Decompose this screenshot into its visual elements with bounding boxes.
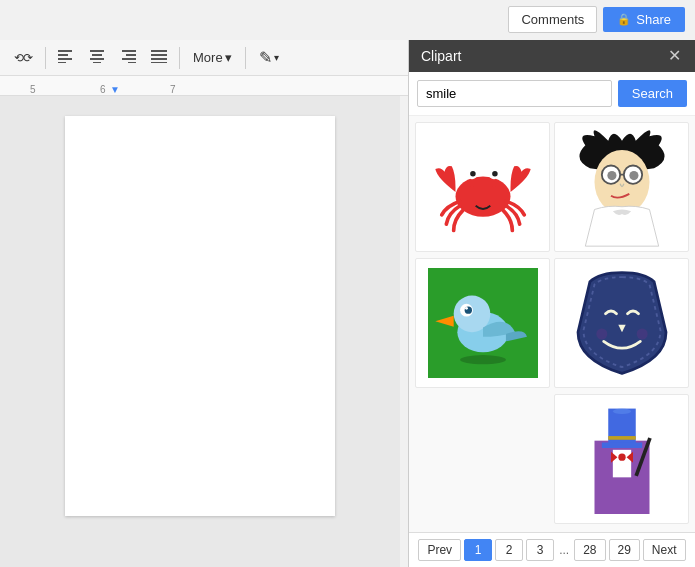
align-left-btn[interactable] (51, 44, 81, 71)
svg-point-42 (612, 409, 630, 415)
svg-point-23 (594, 150, 649, 214)
svg-rect-10 (122, 58, 136, 60)
svg-rect-40 (601, 443, 641, 449)
clipart-item-crab[interactable] (415, 122, 550, 252)
main-document-area (0, 96, 400, 567)
pagination-page-28[interactable]: 28 (574, 539, 605, 561)
svg-rect-12 (151, 50, 167, 52)
clipart-item-dark-face[interactable] (554, 258, 689, 388)
undo-redo-btn[interactable]: ⟲⟳ (6, 46, 40, 70)
clipart-close-button[interactable]: ✕ (666, 48, 683, 64)
top-bar: Comments 🔒 Share (498, 0, 695, 39)
clipart-search-row: Search (409, 72, 695, 116)
clipart-pagination: Prev 1 2 3 ... 28 29 Next (409, 532, 695, 567)
svg-rect-11 (128, 62, 136, 63)
align-group (51, 44, 174, 71)
svg-point-35 (460, 355, 506, 364)
svg-point-22 (492, 170, 497, 175)
clipart-search-input[interactable] (417, 80, 612, 107)
lock-icon: 🔒 (617, 13, 631, 26)
pagination-page-1[interactable]: 1 (464, 539, 492, 561)
toolbar-separator-1 (45, 47, 46, 69)
share-label: Share (636, 12, 671, 27)
pagination-page-3[interactable]: 3 (526, 539, 554, 561)
more-dropdown-icon: ▾ (225, 50, 232, 65)
svg-rect-41 (608, 436, 636, 440)
svg-rect-14 (151, 58, 167, 60)
align-right-btn[interactable] (113, 44, 143, 71)
svg-rect-9 (126, 54, 136, 56)
ruler-indicator: ▼ (110, 84, 120, 95)
clipart-item-magician[interactable] (554, 394, 689, 524)
pagination-next[interactable]: Next (643, 539, 686, 561)
svg-rect-15 (151, 62, 167, 63)
svg-rect-13 (151, 54, 167, 56)
ruler-mark-5: 5 (30, 84, 36, 95)
clipart-header: Clipart ✕ (409, 40, 695, 72)
pen-icon: ✎ (259, 48, 272, 67)
more-label: More (193, 50, 223, 65)
ruler-mark-6: 6 (100, 84, 106, 95)
clipart-item-villain[interactable] (554, 122, 689, 252)
svg-rect-7 (93, 62, 101, 63)
comments-button[interactable]: Comments (508, 6, 597, 33)
clipart-item-bird[interactable] (415, 258, 550, 388)
svg-rect-5 (92, 54, 102, 56)
toolbar-separator-3 (245, 47, 246, 69)
pen-dropdown-icon: ▾ (274, 52, 279, 63)
ruler-mark-7: 7 (170, 84, 176, 95)
svg-rect-4 (90, 50, 104, 52)
share-button[interactable]: 🔒 Share (603, 7, 685, 32)
align-justify-btn[interactable] (144, 44, 174, 71)
svg-point-27 (629, 171, 638, 180)
svg-point-34 (465, 307, 468, 310)
svg-point-37 (636, 329, 647, 340)
more-button[interactable]: More ▾ (185, 45, 240, 70)
svg-rect-2 (58, 58, 72, 60)
clipart-title: Clipart (421, 48, 461, 64)
svg-point-44 (618, 454, 625, 461)
svg-rect-3 (58, 62, 66, 63)
svg-rect-1 (58, 54, 68, 56)
svg-rect-0 (58, 50, 72, 52)
document-page (65, 116, 335, 516)
pagination-ellipsis: ... (557, 540, 571, 560)
pagination-page-2[interactable]: 2 (495, 539, 523, 561)
svg-point-26 (607, 171, 616, 180)
pen-button[interactable]: ✎ ▾ (251, 43, 287, 72)
clipart-search-button[interactable]: Search (618, 80, 687, 107)
svg-rect-6 (90, 58, 104, 60)
pagination-page-29[interactable]: 29 (609, 539, 640, 561)
svg-rect-8 (122, 50, 136, 52)
clipart-panel: Clipart ✕ Search (408, 40, 695, 567)
align-center-btn[interactable] (82, 44, 112, 71)
pagination-prev[interactable]: Prev (418, 539, 461, 561)
svg-point-21 (470, 170, 475, 175)
svg-rect-46 (646, 430, 655, 439)
clipart-grid (409, 116, 695, 532)
svg-point-36 (596, 329, 607, 340)
toolbar-separator-2 (179, 47, 180, 69)
